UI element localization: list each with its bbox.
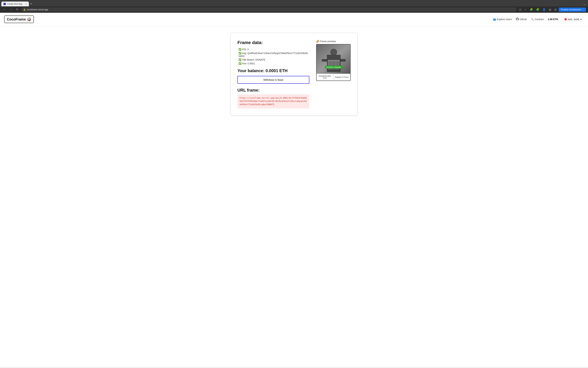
wallet-address: 0xf3...0cDE [568,18,579,21]
card-right: 🌈 Frame preview: [316,40,351,109]
frame-preview-label: 🌈 Frame preview: [316,40,351,43]
url-box: https://cocoframe.vercel.app/api/0.0001/… [237,94,309,109]
url-text: cocoframe.vercel.app [27,8,48,11]
tab-favicon: ▲ [3,3,6,5]
frame-card: Frame data: ✅ FDI: 3 ✅ Img: QmfRxdC8xwY1… [230,33,358,116]
profile-icon[interactable]: 👤 [542,8,547,11]
fdi-label: ✅ FDI: 3 [238,48,249,51]
frame-image-area: Donation Campaign [316,44,351,74]
finalize-button[interactable]: Finalizar actualización ⋮ [559,8,586,12]
refresh-button[interactable]: ↻ [15,8,19,11]
search-icon: 🔍 [531,18,534,21]
browser-chrome: ▲ Create Next App × + ⌄ ← → ↻ 🔒 cocofram… [0,0,588,13]
tab-title: Create Next App [7,3,22,5]
header-nav: 👥 Explore Users Github 🔍 Contract 2.58 E… [493,17,584,22]
lock-icon: 🔒 [23,9,26,11]
wallet-button[interactable]: 0xf3...0cDE ▾ [562,17,584,22]
frame-image-svg [316,44,351,74]
page-content: CocoFrame 🥥 👥 Explore Users Github 🔍 Con… [0,13,588,367]
title-button-label: ✅ Title Button: DONATE [238,58,265,61]
img-label: ✅ Img: QmfRxdC8xwY14hecCeRyqnCh84ePbUvYT… [238,52,309,57]
more-icon[interactable]: ⊞ [553,8,557,11]
frame-register-button[interactable]: Register in Frame [333,74,350,81]
github-icon [516,18,519,21]
users-icon: 👥 [493,18,496,21]
explore-users-link[interactable]: 👥 Explore Users [493,18,512,21]
back-button[interactable]: ← [2,8,7,11]
extension-icon[interactable]: 🧩 [529,8,534,11]
logo-emoji: 🥥 [27,17,31,21]
card-left: Frame data: ✅ FDI: 3 ✅ Img: QmfRxdC8xwY1… [237,40,309,109]
site-header: CocoFrame 🥥 👥 Explore Users Github 🔍 Con… [0,13,588,26]
frame-data-title: Frame data: [237,40,309,45]
sidebar-icon[interactable]: ▤ [548,8,552,11]
site-logo[interactable]: CocoFrame 🥥 [4,16,34,23]
eth-balance: 2.58 ETH [548,18,558,21]
url-bar[interactable]: 🔒 cocoframe.vercel.app [21,7,517,12]
balance-heading: Your balance: 0.0001 ETH [237,68,309,73]
svg-point-2 [330,49,337,55]
tab-bar: ▲ Create Next App × + ⌄ [0,0,588,6]
fdi-item: ✅ FDI: 3 [237,48,309,51]
extensions-button[interactable]: 🧩 [535,8,540,11]
menu-dots-icon: ⋮ [582,9,584,11]
fee-item: ✅ Fee: 0.0001 [237,62,309,65]
url-content: https://cocoframe.vercel.app/api/0.0001/… [239,97,307,106]
withdraw-button[interactable]: Withdraw in Base [237,76,309,84]
url-frame-title: URL frame: [237,88,309,92]
chevron-down-icon: ▾ [580,18,582,21]
github-link[interactable]: Github [516,18,527,21]
forward-button[interactable]: → [9,8,13,11]
frame-donate-button[interactable]: DONATE0.0001 ETH [316,74,333,81]
contract-link[interactable]: 🔍 Contract [531,18,544,21]
card-inner: Frame data: ✅ FDI: 3 ✅ Img: QmfRxdC8xwY1… [237,40,351,109]
img-item: ✅ Img: QmfRxdC8xwY14hecCeRyqnCh84ePbUvYT… [237,52,309,57]
address-bar: ← → ↻ 🔒 cocoframe.vercel.app ⊡ ☆ 🧩 🧩 👤 ▤… [0,6,588,13]
frame-buttons: DONATE0.0001 ETH Register in Frame [316,74,350,81]
title-button-item: ✅ Title Button: DONATE [237,58,309,61]
translate-icon[interactable]: ⊡ [518,8,522,11]
new-tab-button[interactable]: + [29,1,34,6]
browser-actions: ⊡ ☆ 🧩 🧩 👤 ▤ ⊞ Finalizar actualización ⋮ [518,8,586,12]
logo-text: CocoFrame [7,17,26,21]
tab-close-button[interactable]: × [26,3,27,5]
fee-label: ✅ Fee: 0.0001 [238,62,255,65]
svg-rect-10 [322,59,328,62]
bookmark-icon[interactable]: ☆ [524,8,527,11]
tab-expand-button[interactable]: ⌄ [582,2,587,6]
main-area: Frame data: ✅ FDI: 3 ✅ Img: QmfRxdC8xwY1… [0,26,588,122]
svg-rect-11 [340,59,346,62]
wallet-dot-icon [564,18,567,20]
donation-campaign-badge: Donation Campaign [325,66,342,68]
active-tab[interactable]: ▲ Create Next App × [1,1,29,6]
frame-preview-box: Donation Campaign DONATE0.0001 ETH Regis… [316,44,351,81]
